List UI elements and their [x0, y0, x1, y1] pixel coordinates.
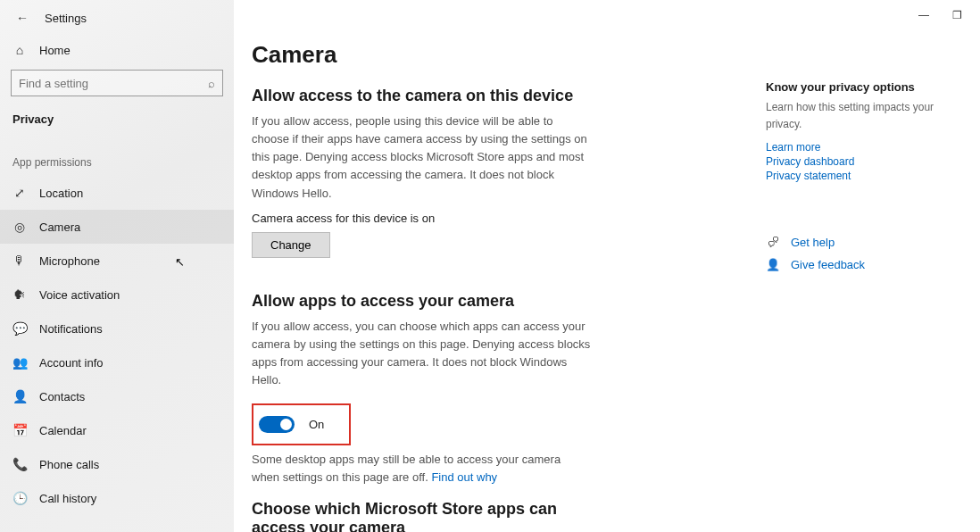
sidebar-item-label: Notifications	[39, 322, 103, 336]
calendar-icon: 📅	[12, 423, 27, 437]
sidebar-item-account-info[interactable]: 👥Account info	[0, 345, 234, 379]
aside-desc: Learn how this setting impacts your priv…	[766, 99, 944, 132]
search-box[interactable]: ⌕	[11, 70, 223, 96]
sidebar-item-notifications[interactable]: 💬Notifications	[0, 312, 234, 345]
sidebar-item-label: Location	[39, 187, 83, 200]
sidebar-item-calendar[interactable]: 📅Calendar	[0, 413, 234, 447]
feedback-icon: 👤	[766, 258, 780, 271]
sidebar-item-label: Call history	[39, 492, 96, 505]
call-history-icon: 🕒	[12, 491, 27, 505]
sidebar: ← Settings ⌂ Home ⌕ Privacy App permissi…	[0, 0, 234, 532]
aside-link-learn-more[interactable]: Learn more	[766, 141, 944, 154]
sidebar-item-voice-activation[interactable]: 🗣Voice activation	[0, 278, 234, 312]
sidebar-item-label: Account info	[39, 356, 104, 370]
sidebar-item-label: Contacts	[39, 390, 85, 403]
sidebar-item-label: Phone calls	[39, 458, 99, 471]
search-icon: ⌕	[208, 77, 215, 90]
allow-apps-toggle-highlight: On	[252, 403, 351, 445]
sidebar-item-microphone[interactable]: 🎙Microphone	[0, 244, 234, 278]
give-feedback-link[interactable]: 👤 Give feedback	[766, 258, 944, 271]
sidebar-item-location[interactable]: ⤢Location	[0, 176, 234, 210]
back-button[interactable]: ←	[16, 11, 29, 25]
window-minimize[interactable]: —	[918, 9, 929, 21]
section-allow-apps-desc: If you allow access, you can choose whic…	[252, 318, 591, 390]
allow-apps-toggle-label: On	[309, 418, 324, 431]
aside-panel: Know your privacy options Learn how this…	[766, 41, 944, 514]
aside-link-statement[interactable]: Privacy statement	[766, 170, 944, 182]
phone-calls-icon: 📞	[12, 457, 27, 471]
sidebar-item-label: Camera	[39, 220, 80, 234]
microphone-icon: 🎙	[12, 254, 27, 268]
home-icon: ⌂	[12, 43, 27, 57]
notifications-icon: 💬	[12, 321, 27, 336]
app-title: Settings	[45, 12, 87, 25]
aside-link-dashboard[interactable]: Privacy dashboard	[766, 155, 944, 168]
search-input[interactable]	[19, 77, 208, 90]
find-out-why-link[interactable]: Find out why	[431, 470, 497, 484]
sidebar-item-camera[interactable]: ◎Camera	[0, 210, 234, 244]
sidebar-item-label: Microphone	[39, 254, 100, 268]
account-info-icon: 👥	[12, 355, 27, 370]
location-icon: ⤢	[12, 186, 27, 200]
main-content: — ❐ Camera Allow access to the camera on…	[234, 0, 980, 532]
sidebar-item-call-history[interactable]: 🕒Call history	[0, 481, 234, 515]
section-allow-device-desc: If you allow access, people using this d…	[252, 112, 591, 203]
section-allow-apps-heading: Allow apps to access your camera	[252, 292, 730, 311]
get-help-link[interactable]: 🗪 Get help	[766, 236, 944, 249]
sidebar-item-phone-calls[interactable]: 📞Phone calls	[0, 447, 234, 481]
voice-activation-icon: 🗣	[12, 287, 27, 302]
allow-apps-toggle[interactable]	[259, 416, 295, 433]
sidebar-item-contacts[interactable]: 👤Contacts	[0, 379, 234, 413]
device-access-status: Camera access for this device is on	[252, 212, 730, 225]
sidebar-item-label: Voice activation	[39, 288, 120, 302]
page-title: Camera	[252, 41, 730, 69]
help-icon: 🗪	[766, 236, 780, 249]
section-allow-device-heading: Allow access to the camera on this devic…	[252, 87, 730, 105]
section-choose-apps-heading: Choose which Microsoft Store apps can ac…	[252, 500, 573, 532]
nav-home-label: Home	[39, 44, 71, 57]
sidebar-item-label: Calendar	[39, 424, 87, 437]
change-button[interactable]: Change	[252, 232, 330, 258]
section-label: Privacy	[0, 105, 234, 140]
contacts-icon: 👤	[12, 389, 27, 403]
window-maximize[interactable]: ❐	[952, 9, 962, 21]
desktop-apps-note: Some desktop apps may still be able to a…	[252, 451, 573, 486]
nav-home[interactable]: ⌂ Home	[0, 34, 234, 66]
aside-heading: Know your privacy options	[766, 80, 944, 94]
group-label: App permissions	[0, 140, 234, 176]
camera-icon: ◎	[12, 220, 27, 234]
